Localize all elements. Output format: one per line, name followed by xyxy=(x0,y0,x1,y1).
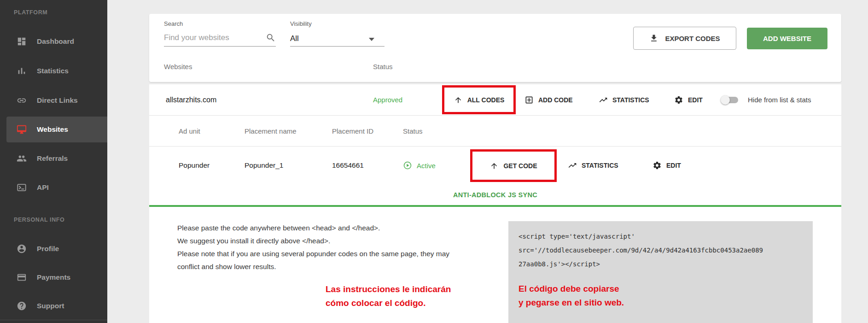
edit-label: EDIT xyxy=(688,96,703,104)
export-codes-button[interactable]: EXPORT CODES xyxy=(633,27,736,50)
terminal-icon xyxy=(17,182,27,193)
column-header-placement-name: Placement name xyxy=(245,116,297,146)
code-line: 27aa0b8.js'></script> xyxy=(518,257,763,271)
placement-status: Active xyxy=(403,147,436,184)
sidebar-item-label: Referrals xyxy=(37,154,68,163)
annotation-line: Las instrucciones le indicarán xyxy=(326,282,451,296)
annotation-line: y pegarse en el sitio web. xyxy=(518,296,624,310)
search-input[interactable] xyxy=(164,31,261,44)
sidebar-item-label: Direct Links xyxy=(37,96,78,105)
chevron-down-icon xyxy=(369,38,374,41)
help-icon xyxy=(17,301,27,311)
placement-edit-button[interactable]: EDIT xyxy=(652,147,681,184)
edit-label: EDIT xyxy=(666,162,681,169)
filters-card: Search Visibility All EXPORT CODES ADD W… xyxy=(149,14,841,82)
code-instructions-panel: Please paste the code anywhere between <… xyxy=(149,207,841,323)
sidebar-item-referrals[interactable]: Referrals xyxy=(0,146,107,171)
arrow-up-icon xyxy=(454,95,463,105)
trending-up-icon xyxy=(599,95,608,105)
sidebar-item-label: Profile xyxy=(37,245,59,253)
search-icon[interactable] xyxy=(266,33,276,43)
column-header-websites: Websites xyxy=(164,63,192,70)
get-code-annotation-box: GET CODE xyxy=(470,149,557,182)
play-circle-icon xyxy=(403,161,412,170)
profile-icon xyxy=(17,244,27,254)
hide-website-toggle[interactable] xyxy=(722,96,739,104)
placement-name: Popunder_1 xyxy=(245,147,283,184)
export-codes-label: EXPORT CODES xyxy=(665,35,720,42)
add-website-button[interactable]: ADD WEBSITE xyxy=(747,28,827,49)
sidebar-divider xyxy=(0,320,107,320)
statistics-label: STATISTICS xyxy=(582,162,618,169)
statistics-label: STATISTICS xyxy=(612,96,649,104)
annotation-line: El código debe copiarse xyxy=(518,282,624,296)
sidebar-item-dashboard[interactable]: Dashboard xyxy=(0,29,107,54)
link-icon xyxy=(17,95,27,106)
sidebar-item-label: Statistics xyxy=(37,67,69,75)
annotation-copy-note: El código debe copiarse y pegarse en el … xyxy=(518,282,624,310)
all-codes-label: ALL CODES xyxy=(467,96,505,104)
visibility-label: Visibility xyxy=(290,20,312,27)
code-line: <script type='text/javascript' xyxy=(518,229,763,243)
sidebar-item-statistics[interactable]: Statistics xyxy=(0,58,107,84)
code-snippet: <script type='text/javascript' src='//to… xyxy=(518,229,763,271)
sidebar-item-payments[interactable]: Payments xyxy=(0,264,107,290)
add-website-label: ADD WEBSITE xyxy=(763,35,811,42)
sidebar-item-label: API xyxy=(37,183,49,192)
sidebar: PLATFORM Dashboard Statistics Direct Lin… xyxy=(0,0,107,323)
sidebar-item-label: Support xyxy=(37,302,64,310)
add-box-icon xyxy=(524,95,534,105)
trending-up-icon xyxy=(568,161,577,170)
credit-card-icon xyxy=(17,272,27,282)
instruction-line: Please paste the code anywhere between <… xyxy=(177,222,500,235)
column-header-placement-status: Status xyxy=(403,116,423,146)
instruction-line: We suggest you install it directly above… xyxy=(177,235,500,247)
website-edit-button[interactable]: EDIT xyxy=(674,84,703,115)
add-code-label: ADD CODE xyxy=(538,96,573,104)
sidebar-item-support[interactable]: Support xyxy=(0,293,107,319)
hide-toggle-label: Hide from list & stats xyxy=(748,84,811,115)
code-line: src='//toddlecausebeeper.com/9d/42/a4/9d… xyxy=(518,243,763,257)
tab-anti-adblock-js-sync[interactable]: ANTI-ADBLOCK JS SYNC xyxy=(453,191,537,199)
get-code-label: GET CODE xyxy=(503,162,537,170)
sidebar-section-platform: PLATFORM xyxy=(14,9,47,16)
code-tabs-bar: ANTI-ADBLOCK JS SYNC xyxy=(149,184,841,207)
sidebar-item-label: Payments xyxy=(37,273,70,282)
visibility-value: All xyxy=(290,34,299,43)
get-code-button[interactable]: GET CODE xyxy=(472,152,554,180)
sidebar-item-label: Dashboard xyxy=(37,37,74,46)
placement-statistics-button[interactable]: STATISTICS xyxy=(568,147,618,184)
search-label: Search xyxy=(164,20,183,27)
publisher-websites-page: PLATFORM Dashboard Statistics Direct Lin… xyxy=(0,0,868,323)
sidebar-item-api[interactable]: API xyxy=(0,175,107,200)
add-code-button[interactable]: ADD CODE xyxy=(524,84,573,115)
sidebar-item-websites[interactable]: Websites xyxy=(6,117,107,142)
sidebar-item-direct-links[interactable]: Direct Links xyxy=(0,88,107,113)
bar-chart-icon xyxy=(17,66,27,76)
all-codes-annotation-box: ALL CODES xyxy=(442,85,516,114)
toggle-thumb xyxy=(721,95,730,105)
sidebar-item-profile[interactable]: Profile xyxy=(0,236,107,262)
annotation-instructions-note: Las instrucciones le indicarán cómo colo… xyxy=(326,282,451,310)
search-box xyxy=(164,31,276,47)
placement-status-label: Active xyxy=(417,162,436,170)
column-header-placement-id: Placement ID xyxy=(332,116,373,146)
column-header-status: Status xyxy=(373,63,393,70)
website-statistics-button[interactable]: STATISTICS xyxy=(599,84,649,115)
all-codes-button[interactable]: ALL CODES xyxy=(444,88,513,112)
instruction-line: conflict and show lower results. xyxy=(177,260,500,273)
website-row: allstarzhits.com Approved ALL CODES ADD … xyxy=(149,84,841,116)
download-icon xyxy=(649,34,658,43)
placement-ad-unit: Popunder xyxy=(179,147,210,184)
instruction-line: Please note that if you are using severa… xyxy=(177,247,500,260)
people-icon xyxy=(17,153,27,164)
placement-row: Popunder Popunder_1 16654661 Active GET … xyxy=(149,147,841,185)
gear-icon xyxy=(674,95,683,105)
visibility-select[interactable]: All xyxy=(290,31,384,47)
sidebar-item-label: Websites xyxy=(37,125,68,134)
arrow-up-icon xyxy=(489,161,499,170)
column-header-ad-unit: Ad unit xyxy=(179,116,200,146)
gear-icon xyxy=(652,161,662,170)
monitor-icon xyxy=(17,124,27,135)
placements-table-header: Ad unit Placement name Placement ID Stat… xyxy=(149,116,841,147)
